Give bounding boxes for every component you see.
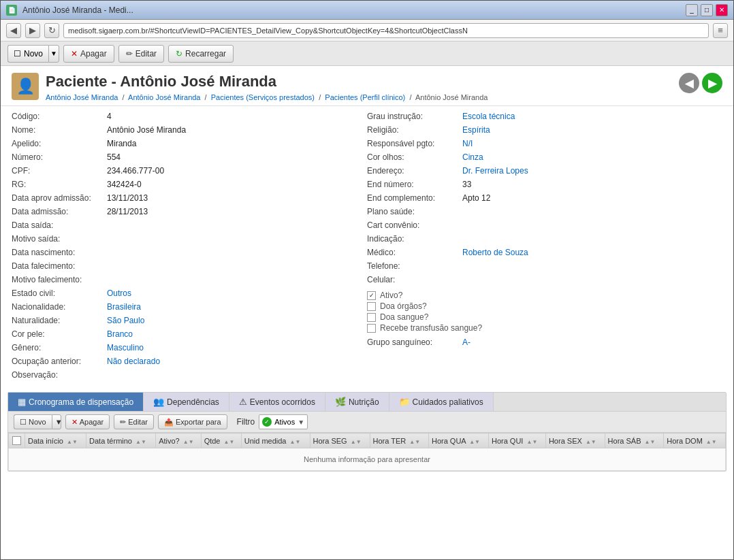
new-dropdown-button[interactable]: ▼ [48, 45, 59, 63]
back-button[interactable]: ◀ [6, 23, 21, 38]
tab-eventos-label: Eventos ocorridos [250, 397, 315, 407]
sub-edit-button[interactable]: ✏ Editar [114, 414, 154, 429]
breadcrumb-link-3[interactable]: Pacientes (Serviços prestados) [211, 93, 315, 101]
sort-arrow-data-termino: ▲▼ [135, 439, 146, 445]
religiao-link[interactable]: Espírita [462, 125, 490, 135]
main-toolbar: ☐ Novo ▼ ✕ Apagar ✏ Editar ↻ Recarregar [1, 42, 733, 66]
filter-label: Filtro [237, 417, 255, 427]
nutricao-icon: 🌿 [335, 397, 346, 407]
maximize-button[interactable]: □ [701, 4, 713, 16]
grupo-sanguineo-link[interactable]: A- [462, 337, 470, 347]
table-body: Nenhuma informação para apresentar [9, 448, 726, 471]
field-data-falec: Data falecimento: [12, 260, 367, 274]
delete-button[interactable]: ✕ Apagar [63, 45, 114, 63]
responsavel-link[interactable]: N/I [462, 139, 473, 148]
checkbox-ativo: ✓ Ativo? [367, 290, 722, 301]
tab-cronograma[interactable]: ▦ Cronograma de dispensação [8, 393, 144, 411]
window-controls: _ □ ✕ [686, 4, 728, 16]
nav-arrows: ◀ ▶ [679, 73, 722, 93]
field-data-saida: Data saída: [12, 219, 367, 233]
nacionalidade-link[interactable]: Brasileira [107, 302, 141, 312]
browser-window: 📄 Antônio José Miranda - Medi... _ □ ✕ ◀… [0, 0, 734, 560]
genero-link[interactable]: Masculino [107, 343, 144, 352]
new-main-button[interactable]: ☐ Novo [7, 45, 48, 63]
field-cor-pele: Cor pele: Branco [12, 328, 367, 342]
medico-link[interactable]: Roberto de Souza [462, 248, 528, 257]
naturalidade-link[interactable]: São Paulo [107, 316, 144, 325]
reload-icon: ↻ [176, 49, 182, 59]
detail-right-column: Grau instrução: Escola técnica Religião:… [367, 110, 722, 382]
grau-instrucao-link[interactable]: Escola técnica [462, 112, 515, 121]
sub-delete-label: Apagar [80, 418, 103, 426]
tab-dependencias[interactable]: 👥 Dependências [144, 393, 229, 411]
field-end-numero: End número: 33 [367, 178, 722, 192]
breadcrumb-link-1[interactable]: Antônio José Miranda [46, 93, 118, 101]
ativo-checkbox[interactable]: ✓ [367, 291, 376, 300]
endereco-link[interactable]: Dr. Ferreira Lopes [462, 166, 528, 176]
doa-orgaos-label: Doa órgãos? [380, 301, 427, 311]
field-rg: RG: 342424-0 [12, 178, 367, 192]
detail-left-column: Código: 4 Nome: Antônio José Miranda Ape… [12, 110, 367, 382]
header-checkbox[interactable] [12, 436, 21, 445]
field-end-complemento: End complemento: Apto 12 [367, 192, 722, 205]
col-hora-sex[interactable]: Hora SEX ▲▼ [545, 433, 605, 448]
sub-new-button[interactable]: ☐ Novo [14, 414, 52, 429]
forward-button[interactable]: ▶ [25, 23, 40, 38]
recebe-transf-checkbox[interactable] [367, 324, 376, 333]
edit-button[interactable]: ✏ Editar [118, 45, 164, 63]
tab-cuidados[interactable]: 📁 Cuidados paliativos [389, 393, 494, 411]
browser-menu-button[interactable]: ≡ [713, 23, 728, 38]
refresh-button[interactable]: ↻ [44, 23, 59, 38]
field-cart-convenio: Cart convênio: [367, 219, 722, 233]
address-bar[interactable]: medisoft.sigaerp.com.br/#ShortcutViewID=… [63, 23, 709, 38]
col-ativo[interactable]: Ativo? ▲▼ [156, 433, 202, 448]
estado-civil-link[interactable]: Outros [107, 289, 131, 298]
sort-arrow-qtde: ▲▼ [224, 439, 235, 445]
back-arrow-button[interactable]: ◀ [679, 73, 699, 93]
breadcrumb: Antônio José Miranda / Antônio José Mira… [46, 93, 488, 101]
col-data-termino[interactable]: Data término ▲▼ [86, 433, 156, 448]
col-hora-ter[interactable]: Hora TER ▲▼ [370, 433, 428, 448]
doa-orgaos-checkbox[interactable] [367, 302, 376, 311]
cor-olhos-link[interactable]: Cinza [462, 152, 483, 162]
sub-new-dropdown[interactable]: ▼ [52, 414, 61, 429]
tabs-header: ▦ Cronograma de dispensação 👥 Dependênci… [8, 393, 726, 412]
sub-delete-button[interactable]: ✕ Apagar [65, 414, 110, 429]
tab-eventos[interactable]: ⚠ Eventos ocorridos [229, 393, 325, 411]
sort-arrow-sex: ▲▼ [586, 439, 596, 445]
field-grau-instrucao: Grau instrução: Escola técnica [367, 110, 722, 124]
minimize-button[interactable]: _ [686, 4, 698, 16]
forward-arrow-button[interactable]: ▶ [702, 73, 722, 93]
field-responsavel: Responsável pgto: N/I [367, 137, 722, 151]
new-button-group: ☐ Novo ▼ [7, 45, 59, 63]
col-hora-seg[interactable]: Hora SEG ▲▼ [310, 433, 370, 448]
breadcrumb-link-2[interactable]: Antônio José Miranda [128, 93, 200, 101]
col-hora-qui[interactable]: Hora QUI ▲▼ [488, 433, 545, 448]
page-header-left: 👤 Paciente - Antônio José Miranda Antôni… [12, 73, 488, 101]
field-motivo-falec: Motivo falecimento: [12, 274, 367, 287]
field-nacionalidade: Nacionalidade: Brasileira [12, 301, 367, 314]
filter-value: Ativos [274, 418, 295, 426]
dependencias-icon: 👥 [153, 397, 164, 407]
cronograma-icon: ▦ [18, 397, 26, 407]
new-icon: ☐ [14, 49, 21, 59]
data-table: Data início ▲▼ Data término ▲▼ Ativo? ▲▼… [8, 433, 726, 471]
col-data-inicio[interactable]: Data início ▲▼ [25, 433, 86, 448]
col-hora-dom[interactable]: Hora DOM ▲▼ [664, 433, 726, 448]
tab-nutricao[interactable]: 🌿 Nutrição [325, 393, 389, 411]
breadcrumb-link-4[interactable]: Pacientes (Perfil clínico) [325, 93, 405, 101]
col-hora-qua[interactable]: Hora QUA ▲▼ [428, 433, 488, 448]
ocupacao-link[interactable]: Não declarado [107, 357, 160, 366]
cor-pele-link[interactable]: Branco [107, 329, 133, 339]
col-qtde[interactable]: Qtde ▲▼ [201, 433, 241, 448]
reload-button[interactable]: ↻ Recarregar [168, 45, 234, 63]
sub-export-button[interactable]: 📤 Exportar para [158, 414, 227, 429]
col-unid-medida[interactable]: Unid medida ▲▼ [241, 433, 310, 448]
filter-select[interactable]: ✓ Ativos ▼ [259, 414, 308, 429]
sort-arrow-sab: ▲▼ [645, 439, 656, 445]
col-hora-sab[interactable]: Hora SÁB ▲▼ [605, 433, 664, 448]
doa-sangue-checkbox[interactable] [367, 313, 376, 322]
sub-edit-icon: ✏ [120, 418, 126, 427]
close-button[interactable]: ✕ [716, 4, 728, 16]
field-endereco: Endereço: Dr. Ferreira Lopes [367, 165, 722, 178]
